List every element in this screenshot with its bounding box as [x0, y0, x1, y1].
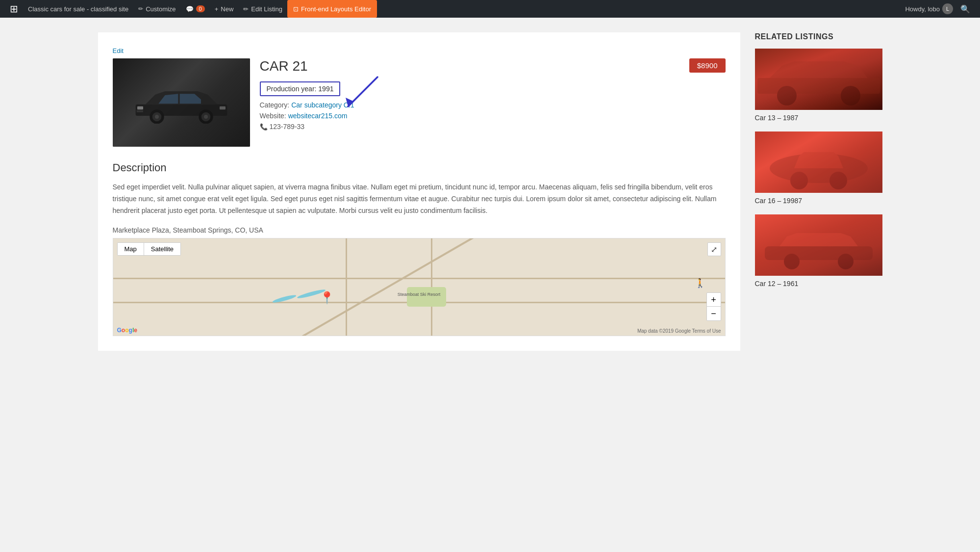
site-name-text: Classic cars for sale - classified site — [28, 5, 128, 13]
svg-point-14 — [841, 86, 860, 105]
svg-rect-0 — [135, 104, 227, 115]
related-item[interactable]: Car 13 – 1987 — [755, 49, 882, 122]
phone-row: 📞 123-789-33 — [260, 123, 726, 131]
related-item-title-3: Car 12 – 1961 — [755, 280, 882, 288]
svg-rect-8 — [219, 106, 225, 109]
svg-point-13 — [777, 86, 797, 105]
svg-point-19 — [784, 254, 800, 269]
category-label: Category: — [260, 101, 290, 109]
related-item-image-1 — [755, 49, 882, 110]
page-wrapper: Edit — [0, 18, 980, 552]
map-tab-map[interactable]: Map — [118, 243, 144, 255]
svg-point-16 — [790, 172, 808, 189]
wp-icon: ⊞ — [10, 3, 18, 15]
related-item[interactable]: Car 16 – 19987 — [755, 131, 882, 205]
svg-rect-12 — [757, 78, 880, 94]
listing-details: CAR 21 $8900 Production year: 1991 Categ… — [260, 58, 726, 147]
map-background: Steamboat Ski Resort 📍 🚶 — [113, 238, 725, 336]
related-item-title-1: Car 13 – 1987 — [755, 114, 882, 122]
phone-number: 123-789-33 — [270, 123, 305, 131]
layouts-icon: ⊡ — [293, 5, 299, 13]
user-avatar: L — [942, 3, 953, 14]
related-item[interactable]: Car 12 – 1961 — [755, 214, 882, 288]
phone-icon: 📞 — [260, 123, 268, 131]
description-text: Sed eget imperdiet velit. Nulla pulvinar… — [113, 182, 726, 216]
listing-header: CAR 21 $8900 Production year: 1991 Categ… — [113, 58, 726, 147]
edit-icon: ✏ — [243, 5, 249, 13]
related-listings-title: RELATED LISTINGS — [755, 32, 882, 41]
map-fullscreen-button[interactable]: ⤢ — [707, 242, 721, 256]
related-car-photo-1 — [755, 49, 882, 110]
svg-point-17 — [829, 172, 847, 189]
svg-point-6 — [203, 115, 207, 119]
edit-listing-link[interactable]: ✏ Edit Listing — [238, 0, 287, 18]
production-year-box: Production year: 1991 — [260, 81, 341, 96]
related-item-image-2 — [755, 131, 882, 193]
google-attribution: Google — [117, 327, 137, 334]
website-label: Website: — [260, 112, 286, 120]
content-area: Edit — [98, 32, 882, 351]
listing-title: CAR 21 — [260, 58, 726, 74]
map-terms: Map data ©2019 Google Terms of Use — [637, 328, 721, 334]
price-badge: $8900 — [689, 58, 726, 73]
svg-rect-9 — [136, 110, 143, 112]
new-link[interactable]: + New — [210, 0, 239, 18]
car-image-placeholder — [113, 58, 250, 147]
edit-listing-label: Edit Listing — [251, 5, 282, 13]
adminbar-right: Howdy, lobo L 🔍 — [900, 3, 975, 14]
category-row: Category: Car subcategory C.1 — [260, 101, 726, 109]
listing-main: Edit — [98, 32, 740, 351]
customize-label: Customize — [146, 5, 176, 13]
howdy-text: Howdy, lobo — [905, 5, 940, 13]
search-icon[interactable]: 🔍 — [960, 4, 970, 14]
new-label: New — [221, 5, 233, 13]
map-tab-satellite[interactable]: Satellite — [144, 243, 180, 255]
site-name-link[interactable]: Classic cars for sale - classified site — [23, 0, 133, 18]
svg-point-3 — [155, 115, 159, 119]
map-zoom-controls: + − — [706, 292, 721, 321]
website-link[interactable]: websitecar215.com — [288, 112, 348, 120]
zoom-out-button[interactable]: − — [707, 307, 721, 320]
description-section: Description Sed eget imperdiet velit. Nu… — [113, 161, 726, 336]
edit-link[interactable]: Edit — [113, 47, 726, 54]
related-item-title-2: Car 16 – 19987 — [755, 197, 882, 205]
svg-point-20 — [838, 254, 854, 269]
map-container: Steamboat Ski Resort 📍 🚶 Map Satellite ⤢ — [113, 238, 726, 336]
frontend-editor-button[interactable]: ⊡ Front-end Layouts Editor — [287, 0, 377, 18]
related-item-image-3 — [755, 214, 882, 276]
svg-rect-7 — [137, 106, 143, 109]
comment-icon: 💬 — [186, 5, 194, 13]
customize-link[interactable]: ✏ Customize — [133, 0, 180, 18]
map-pin: 📍 — [320, 291, 334, 305]
car-image — [113, 58, 250, 147]
description-heading: Description — [113, 161, 726, 174]
map-address: Marketplace Plaza, Steamboat Springs, CO… — [113, 226, 726, 234]
comment-count: 0 — [196, 5, 205, 12]
map-tab-buttons: Map Satellite — [117, 242, 181, 256]
pencil-icon: ✏ — [138, 5, 143, 12]
svg-rect-18 — [765, 246, 873, 260]
comments-link[interactable]: 💬 0 — [181, 0, 210, 18]
related-car-photo-2 — [755, 131, 882, 193]
plus-icon: + — [215, 5, 219, 13]
admin-bar: ⊞ Classic cars for sale - classified sit… — [0, 0, 980, 18]
frontend-editor-label: Front-end Layouts Editor — [301, 5, 371, 13]
website-row: Website: websitecar215.com — [260, 112, 726, 120]
wp-logo[interactable]: ⊞ — [5, 0, 23, 18]
zoom-in-button[interactable]: + — [707, 293, 721, 307]
category-link[interactable]: Car subcategory C.1 — [291, 101, 354, 109]
sidebar: RELATED LISTINGS Car 13 – 1987 — [755, 32, 882, 351]
related-car-photo-3 — [755, 214, 882, 276]
